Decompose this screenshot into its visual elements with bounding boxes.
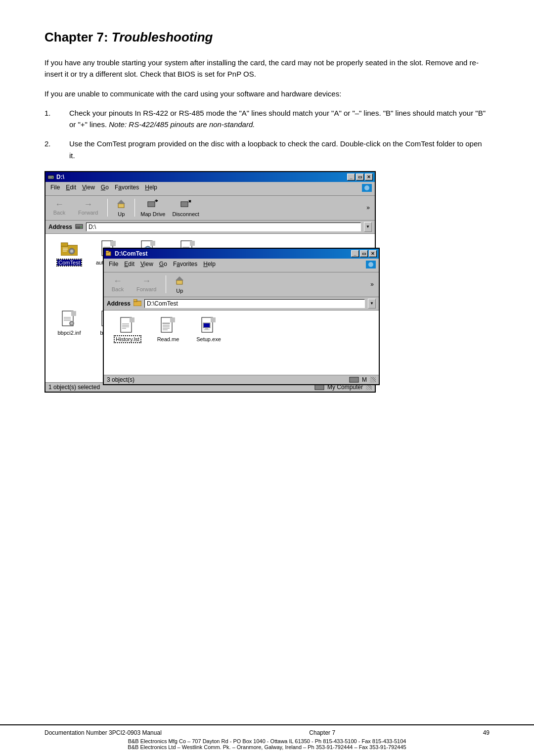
- inner-up-button[interactable]: Up: [169, 274, 190, 295]
- map-drive-label: Map Drive: [140, 211, 165, 217]
- inner-menu-help[interactable]: Help: [200, 260, 219, 271]
- svg-text:010: 010: [76, 226, 81, 229]
- page-wrapper: Chapter 7: Troubleshooting If you have a…: [0, 0, 534, 756]
- svg-rect-5: [118, 204, 124, 208]
- paragraph-2: If you are unable to communicate with th…: [44, 88, 490, 99]
- outer-address-input[interactable]: D:\: [86, 222, 361, 231]
- inner-close-button[interactable]: ✕: [369, 250, 377, 257]
- inner-toolbar: ← Back → Forward Up: [104, 272, 379, 297]
- chapter-heading: Chapter 7: Troubleshooting: [44, 30, 490, 45]
- inner-address-dropdown[interactable]: ▼: [368, 299, 376, 309]
- inner-menu-view[interactable]: View: [137, 260, 156, 271]
- inner-toolbar-more[interactable]: »: [368, 280, 376, 289]
- svg-point-57: [71, 322, 73, 324]
- disconnect-icon: [180, 199, 192, 210]
- svg-marker-78: [176, 276, 183, 280]
- list-text-plain-2: Use the ComTest program provided on the …: [69, 139, 482, 159]
- inner-menu-favorites[interactable]: Favorites: [170, 260, 200, 271]
- footer-page: 49: [483, 729, 490, 736]
- forward-icon: →: [84, 200, 92, 209]
- inner-window-title: D:\ComTest: [115, 250, 147, 257]
- menu-favorites[interactable]: Favorites: [112, 183, 142, 194]
- outer-addressbar: Address 010 D:\ ▼: [45, 221, 375, 234]
- svg-rect-102: [204, 329, 210, 330]
- file-label-setup: Setup.exe: [196, 336, 221, 342]
- inner-addressbar: Address D:\ComTest ▼: [104, 297, 379, 311]
- forward-button[interactable]: → Forward: [75, 199, 101, 217]
- up-label: Up: [118, 211, 125, 217]
- outer-titlebar-buttons: _ ▭ ✕: [347, 174, 373, 180]
- svg-marker-6: [117, 200, 125, 204]
- menu-file[interactable]: File: [47, 183, 63, 194]
- footer-doc-number: Documentation Number 3PCI2-0903 Manual: [44, 729, 162, 736]
- inner-back-icon: ←: [113, 276, 122, 285]
- svg-rect-21: [61, 243, 68, 246]
- list-content-2: Use the ComTest program provided on the …: [69, 138, 490, 161]
- list-content-1: Check your pinouts In RS-422 or RS-485 m…: [69, 107, 490, 131]
- svg-point-26: [70, 250, 73, 253]
- up-button[interactable]: Up: [110, 198, 132, 218]
- list-item: 2. Use the ComTest program provided on t…: [44, 138, 490, 161]
- inner-restore-button[interactable]: ▭: [360, 250, 368, 257]
- svg-rect-98: [211, 317, 216, 322]
- inner-forward-icon: →: [142, 276, 151, 285]
- content-area: Chapter 7: Troubleshooting If you have a…: [0, 0, 534, 724]
- menu-edit[interactable]: Edit: [63, 183, 79, 194]
- chapter-number: Chapter 7:: [44, 30, 108, 44]
- inner-address-input[interactable]: D:\ComTest: [144, 299, 365, 308]
- svg-rect-52: [71, 311, 76, 316]
- menu-help[interactable]: Help: [142, 183, 160, 194]
- file-item-bbpci2[interactable]: bbpci2.inf: [51, 310, 87, 336]
- svg-rect-23: [63, 249, 68, 250]
- file-item-comtest[interactable]: ComTest: [51, 240, 87, 266]
- svg-rect-80: [134, 299, 137, 302]
- file-item-setup[interactable]: Setup.exe: [191, 316, 226, 342]
- numbered-list: 1. Check your pinouts In RS-422 or RS-48…: [44, 107, 490, 161]
- back-button[interactable]: ← Back: [48, 199, 70, 217]
- minimize-button[interactable]: _: [347, 174, 355, 180]
- outer-window-title: D:\: [56, 174, 64, 180]
- toolbar-icon-area: [361, 183, 373, 194]
- map-drive-icon: [147, 199, 159, 210]
- outer-address-dropdown[interactable]: ▼: [364, 222, 372, 232]
- file-label-history: History.lst: [115, 336, 140, 342]
- svg-rect-104: [350, 378, 358, 382]
- svg-rect-13: [181, 202, 187, 206]
- folder-icon-comtest: [60, 240, 78, 258]
- map-drive-button[interactable]: Map Drive: [137, 198, 168, 218]
- toolbar-more-button[interactable]: »: [364, 203, 372, 212]
- restore-button[interactable]: ▭: [356, 174, 364, 180]
- footer-chapter: Chapter 7: [309, 729, 335, 736]
- outer-address-label: Address: [48, 223, 72, 230]
- inner-menu-edit[interactable]: Edit: [121, 260, 137, 271]
- file-icon-readme: [159, 316, 177, 334]
- inner-forward-button[interactable]: → Forward: [134, 275, 159, 293]
- svg-rect-22: [63, 248, 68, 249]
- outer-menubar: File Edit View Go Favorites Help: [45, 182, 375, 196]
- forward-label: Forward: [78, 210, 98, 216]
- inner-titlebar-left: D:\ComTest: [106, 250, 147, 257]
- inner-back-label: Back: [112, 286, 124, 292]
- inner-status-text: 3 object(s): [107, 376, 134, 383]
- inner-menu-file[interactable]: File: [106, 260, 121, 271]
- up-icon: [116, 199, 126, 210]
- inner-minimize-button[interactable]: _: [351, 250, 359, 257]
- menu-view[interactable]: View: [79, 183, 98, 194]
- inner-folder-icon: [134, 299, 141, 308]
- inner-back-button[interactable]: ← Back: [107, 275, 129, 293]
- file-item-history[interactable]: History.lst: [110, 316, 145, 342]
- disconnect-button[interactable]: Disconnect: [169, 198, 202, 218]
- close-button[interactable]: ✕: [365, 174, 373, 180]
- back-label: Back: [53, 210, 65, 216]
- inner-address-label: Address: [107, 300, 131, 307]
- file-icon-bbpci2: [60, 310, 78, 328]
- outer-titlebar: D:\ _ ▭ ✕: [45, 172, 375, 182]
- svg-rect-38: [150, 241, 155, 246]
- list-item: 1. Check your pinouts In RS-422 or RS-48…: [44, 107, 490, 131]
- menu-go[interactable]: Go: [98, 183, 112, 194]
- svg-rect-8: [148, 202, 154, 206]
- inner-menu-go[interactable]: Go: [156, 260, 170, 271]
- inner-menubar: File Edit View Go Favorites Help: [104, 259, 379, 272]
- file-item-readme[interactable]: Read.me: [150, 316, 186, 342]
- explorer-stack: D:\ _ ▭ ✕ File Edit View Go Favorites He…: [44, 171, 490, 428]
